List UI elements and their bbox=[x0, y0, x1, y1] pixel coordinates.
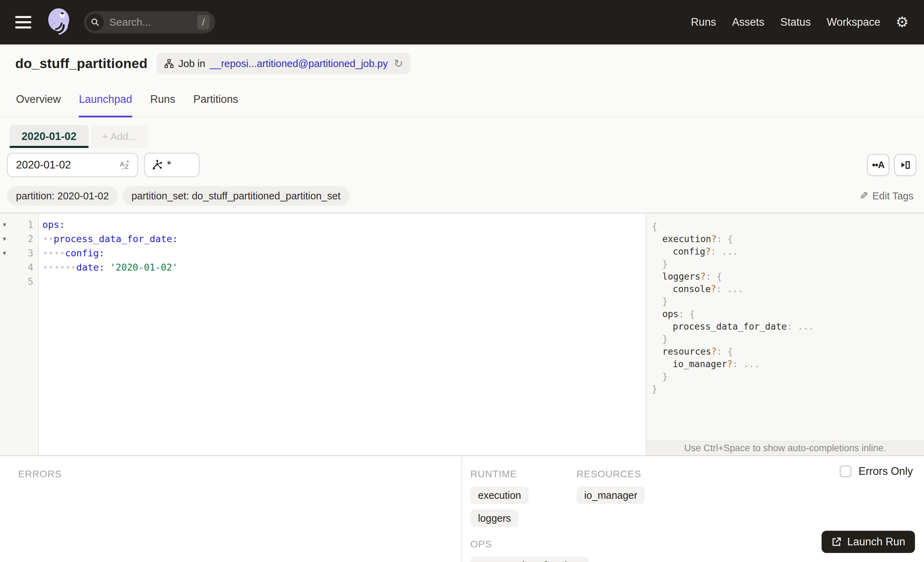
line-number: 5 bbox=[12, 274, 39, 289]
config-chip[interactable]: process_data_for_date bbox=[470, 557, 589, 562]
refresh-icon[interactable]: ↻ bbox=[394, 58, 403, 69]
job-tab[interactable]: Overview bbox=[16, 93, 61, 117]
indent-dots bbox=[42, 233, 54, 244]
navbar-link[interactable]: Assets bbox=[732, 16, 764, 29]
run-config-summary-panel: RUNTIME executionloggers OPS process_dat… bbox=[461, 456, 924, 562]
runtime-chips: executionloggers bbox=[470, 487, 576, 527]
scaffold-config-button[interactable] bbox=[894, 154, 916, 176]
partition-select: AZ bbox=[7, 153, 138, 177]
launch-run-button[interactable]: Launch Run bbox=[822, 531, 915, 553]
edit-tags-button[interactable]: ✎ Edit Tags bbox=[860, 190, 914, 202]
job-tabs: OverviewLaunchpadRunsPartitions bbox=[0, 93, 924, 117]
editor-utility-buttons: ••A bbox=[867, 154, 916, 176]
config-editor-region: ▾ 1 ops: ▾ 2 process_data_for_date: ▾ 3 … bbox=[0, 213, 924, 455]
whitespace-dot bbox=[59, 260, 65, 274]
whitespace-dot bbox=[48, 260, 54, 274]
selector-row: AZ ••A bbox=[0, 148, 924, 177]
whitespace-dot bbox=[48, 246, 54, 260]
editor-line[interactable]: ▾ 1 ops: bbox=[0, 218, 646, 232]
launchpad-page: / RunsAssetsStatusWorkspace ⚙ do_stuff_p… bbox=[0, 0, 924, 562]
navbar-link[interactable]: Status bbox=[780, 16, 811, 29]
config-tab-strip: 2020-01-02 + Add... bbox=[0, 117, 924, 148]
fold-arrow-icon[interactable]: ▾ bbox=[3, 250, 6, 256]
op-selector-input[interactable] bbox=[167, 159, 185, 171]
op-selector-icon bbox=[152, 159, 163, 171]
whitespace-dot bbox=[42, 246, 48, 260]
line-number: 4 bbox=[12, 260, 39, 274]
yaml-value: '2020-01-02' bbox=[110, 262, 178, 273]
job-tab[interactable]: Runs bbox=[150, 93, 175, 117]
tag-pill: partition_set: do_stuff_partitioned_part… bbox=[123, 186, 350, 206]
editor-line[interactable]: 5 bbox=[0, 274, 646, 289]
line-number: 3 bbox=[12, 246, 39, 260]
hamburger-menu-icon[interactable] bbox=[15, 16, 31, 29]
ops-chips: process_data_for_date bbox=[470, 557, 576, 562]
scaffold-config-icon bbox=[900, 159, 911, 171]
whitespace-dot bbox=[48, 232, 54, 246]
whitespace-dot bbox=[54, 260, 59, 274]
whitespace-dot bbox=[65, 260, 70, 274]
editor-line[interactable]: 4 date:'2020-01-02' bbox=[0, 260, 646, 274]
schema-line: } bbox=[652, 258, 924, 270]
slash-shortcut-badge: / bbox=[197, 15, 210, 30]
svg-text:A: A bbox=[120, 161, 124, 168]
config-chip[interactable]: execution bbox=[470, 487, 529, 504]
editor-line[interactable]: ▾ 3 config: bbox=[0, 246, 646, 260]
schema-line: process_data_for_date: ... bbox=[652, 320, 924, 333]
fold-arrow-icon[interactable]: ▾ bbox=[3, 236, 6, 242]
errors-heading: ERRORS bbox=[18, 469, 461, 480]
search-input[interactable] bbox=[110, 17, 186, 28]
external-link-icon bbox=[831, 536, 842, 547]
navbar-link[interactable]: Runs bbox=[691, 16, 716, 29]
config-chip[interactable]: io_manager bbox=[576, 487, 645, 504]
schema-line: loggers?: { bbox=[652, 270, 924, 283]
schema-line: io_manager?: ... bbox=[652, 358, 924, 370]
config-schema-pane: {execution?: {config?: ...}loggers?: {co… bbox=[646, 213, 924, 455]
errors-only-checkbox[interactable] bbox=[840, 466, 852, 477]
schema-line: console?: ... bbox=[652, 283, 924, 295]
dagster-logo[interactable] bbox=[44, 6, 76, 38]
sort-icon[interactable]: AZ bbox=[119, 159, 131, 171]
job-tab[interactable]: Partitions bbox=[194, 93, 238, 117]
top-navbar: / RunsAssetsStatusWorkspace ⚙ bbox=[0, 0, 924, 45]
navbar-links: RunsAssetsStatusWorkspace bbox=[691, 16, 880, 29]
partition-select-input[interactable] bbox=[16, 159, 119, 171]
config-editor[interactable]: ▾ 1 ops: ▾ 2 process_data_for_date: ▾ 3 … bbox=[0, 213, 646, 455]
whitespace-toggle-button[interactable]: ••A bbox=[867, 154, 889, 176]
config-tab[interactable]: 2020-01-02 bbox=[10, 125, 88, 148]
yaml-key: date: bbox=[76, 262, 105, 273]
line-number: 2 bbox=[12, 232, 39, 246]
errors-only-label: Errors Only bbox=[858, 465, 913, 478]
tags-row: partition: 2020-01-02partition_set: do_s… bbox=[0, 177, 924, 213]
job-origin-link[interactable]: __reposi...artitioned@partitioned_job.py bbox=[210, 58, 388, 69]
page-header: do_stuff_partitioned Job in __reposi...a… bbox=[0, 45, 924, 74]
search-icon bbox=[86, 14, 104, 31]
navbar-link[interactable]: Workspace bbox=[827, 16, 880, 29]
runtime-heading: RUNTIME bbox=[470, 469, 576, 480]
fold-arrow-icon[interactable]: ▾ bbox=[3, 221, 6, 228]
page-title: do_stuff_partitioned bbox=[15, 56, 147, 71]
schema-line: } bbox=[652, 383, 924, 395]
schema-line: config?: ... bbox=[652, 245, 924, 258]
schema-line: { bbox=[652, 220, 924, 233]
editor-line[interactable]: ▾ 2 process_data_for_date: bbox=[0, 232, 646, 246]
gear-icon[interactable]: ⚙ bbox=[896, 15, 909, 30]
svg-text:Z: Z bbox=[124, 163, 129, 170]
add-config-tab-button[interactable]: + Add... bbox=[91, 125, 148, 148]
whitespace-toggle-icon: ••A bbox=[872, 160, 884, 171]
whitespace-dot bbox=[42, 232, 48, 246]
op-selector bbox=[144, 153, 200, 177]
indent-dots bbox=[42, 262, 76, 273]
resources-heading: RESOURCES bbox=[576, 469, 645, 480]
whitespace-dot bbox=[42, 260, 48, 274]
yaml-key: config: bbox=[65, 248, 105, 258]
schema-line: ops: { bbox=[652, 308, 924, 320]
schema-line: } bbox=[652, 370, 924, 383]
whitespace-dot bbox=[59, 246, 65, 260]
schema-line: resources?: { bbox=[652, 345, 924, 358]
whitespace-dot bbox=[70, 260, 76, 274]
schema-line: } bbox=[652, 295, 924, 308]
job-tab[interactable]: Launchpad bbox=[79, 93, 132, 117]
config-chip[interactable]: loggers bbox=[470, 509, 519, 527]
sitemap-icon bbox=[164, 59, 174, 68]
